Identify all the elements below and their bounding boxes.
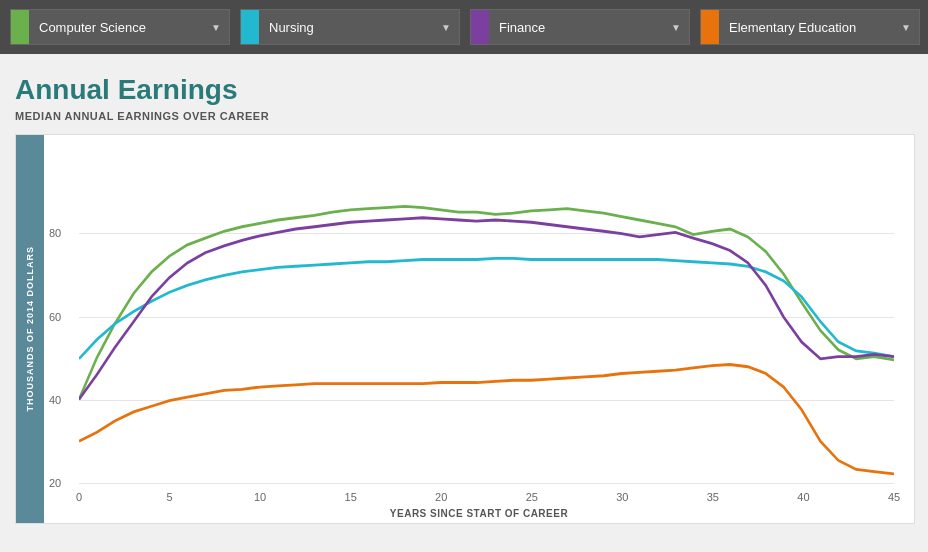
grid-line-y-20 <box>79 483 894 484</box>
x-tick-45: 45 <box>888 491 900 503</box>
x-tick-40: 40 <box>797 491 809 503</box>
cs-label: Computer Science <box>29 20 203 35</box>
y-tick-40: 40 <box>49 394 61 406</box>
section-title: Annual Earnings <box>15 74 913 106</box>
finance-arrow: ▼ <box>663 22 689 33</box>
x-tick-5: 5 <box>166 491 172 503</box>
x-axis-title: YEARS SINCE START OF CAREER <box>390 508 568 519</box>
y-axis-label: THOUSANDS OF 2014 DOLLARS <box>25 246 35 412</box>
x-tick-10: 10 <box>254 491 266 503</box>
main-content: Annual Earnings MEDIAN ANNUAL EARNINGS O… <box>0 54 928 534</box>
dropdown-elem-ed[interactable]: Elementary Education ▼ <box>700 9 920 45</box>
chart-area: 20406080051015202530354045 YEARS SINCE S… <box>44 135 914 523</box>
x-tick-25: 25 <box>526 491 538 503</box>
nursing-color-bar <box>241 10 259 44</box>
y-tick-60: 60 <box>49 311 61 323</box>
nursing-label: Nursing <box>259 20 433 35</box>
cs-color-bar <box>11 10 29 44</box>
y-tick-20: 20 <box>49 477 61 489</box>
elem-ed-color-bar <box>701 10 719 44</box>
x-tick-15: 15 <box>345 491 357 503</box>
finance-label: Finance <box>489 20 663 35</box>
elem-ed-arrow: ▼ <box>893 22 919 33</box>
section-subtitle: MEDIAN ANNUAL EARNINGS OVER CAREER <box>15 110 913 122</box>
chart-svg <box>79 150 894 483</box>
x-tick-30: 30 <box>616 491 628 503</box>
cs-line <box>79 206 894 399</box>
x-tick-0: 0 <box>76 491 82 503</box>
dropdown-nursing[interactable]: Nursing ▼ <box>240 9 460 45</box>
y-tick-80: 80 <box>49 227 61 239</box>
dropdown-finance[interactable]: Finance ▼ <box>470 9 690 45</box>
elem-ed-label: Elementary Education <box>719 20 893 35</box>
elem-ed-line <box>79 364 894 473</box>
x-tick-35: 35 <box>707 491 719 503</box>
finance-line <box>79 218 894 400</box>
cs-arrow: ▼ <box>203 22 229 33</box>
y-axis-bar: THOUSANDS OF 2014 DOLLARS <box>16 135 44 523</box>
chart-container: THOUSANDS OF 2014 DOLLARS 20406080051015… <box>15 134 915 524</box>
dropdown-cs[interactable]: Computer Science ▼ <box>10 9 230 45</box>
header: Computer Science ▼ Nursing ▼ Finance ▼ E… <box>0 0 928 54</box>
finance-color-bar <box>471 10 489 44</box>
nursing-line <box>79 258 894 358</box>
nursing-arrow: ▼ <box>433 22 459 33</box>
x-tick-20: 20 <box>435 491 447 503</box>
